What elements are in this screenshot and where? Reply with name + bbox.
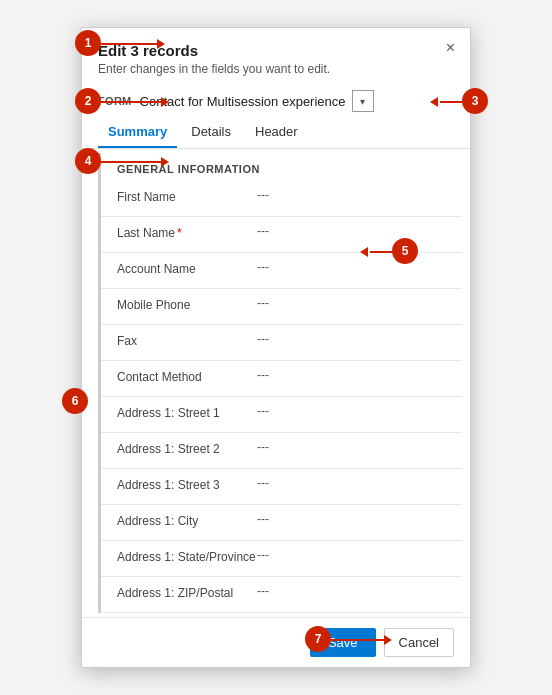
field-label-accountname: Account Name [117,260,257,278]
field-value-street1: --- [257,404,446,418]
dialog-subtitle: Enter changes in the fields you want to … [98,62,454,76]
field-value-state: --- [257,548,446,562]
form-dropdown[interactable]: ▾ [352,90,374,112]
required-star-lastname: * [177,226,182,240]
arrow-head-5 [360,247,368,257]
field-value-firstname: --- [257,188,446,202]
edit-dialog: Edit 3 records Enter changes in the fiel… [81,27,471,668]
field-row-state: Address 1: State/Province --- [101,541,462,577]
arrow-line-1 [101,43,159,45]
arrow-line-5 [370,251,392,253]
field-label-fax: Fax [117,332,257,350]
field-value-zip: --- [257,584,446,598]
arrow-head-2 [161,97,169,107]
arrow-line-2 [101,101,163,103]
annotation-4: 4 [75,148,101,174]
field-label-firstname: First Name [117,188,257,206]
cancel-button[interactable]: Cancel [384,628,454,657]
close-button[interactable]: × [441,38,460,58]
dialog-header: Edit 3 records Enter changes in the fiel… [82,28,470,82]
form-name: Contact for Multisession experience [140,94,346,109]
field-row-city: Address 1: City --- [101,505,462,541]
arrow-head-1 [157,39,165,49]
annotation-3: 3 [462,88,488,114]
annotation-5: 5 [392,238,418,264]
field-row-mobilephone: Mobile Phone --- [101,289,462,325]
arrow-line-7 [331,639,386,641]
tab-details[interactable]: Details [181,116,241,148]
field-value-lastname: --- [257,224,446,238]
field-row-contactmethod: Contact Method --- [101,361,462,397]
field-row-fax: Fax --- [101,325,462,361]
field-label-street1: Address 1: Street 1 [117,404,257,422]
field-value-city: --- [257,512,446,526]
dialog-footer: Save Cancel [82,617,470,667]
field-value-mobilephone: --- [257,296,446,310]
section-heading: GENERAL INFORMATION [101,153,462,181]
field-row-firstname: First Name --- [101,181,462,217]
content-area: GENERAL INFORMATION First Name --- Last … [98,153,462,613]
page-wrapper: 1 2 3 4 5 6 7 Edit 3 records Enter chang… [0,0,552,695]
tabs-bar: Summary Details Header [82,116,470,149]
field-label-zip: Address 1: ZIP/Postal [117,584,257,602]
field-value-contactmethod: --- [257,368,446,382]
field-label-state: Address 1: State/Province [117,548,257,566]
arrow-line-3 [440,101,462,103]
arrow-line-4 [101,161,163,163]
field-label-city: Address 1: City [117,512,257,530]
tab-summary[interactable]: Summary [98,116,177,148]
field-value-street2: --- [257,440,446,454]
annotation-7: 7 [305,626,331,652]
field-row-street1: Address 1: Street 1 --- [101,397,462,433]
annotation-1: 1 [75,30,101,56]
field-label-lastname: Last Name* [117,224,257,242]
arrow-head-3 [430,97,438,107]
field-row-street3: Address 1: Street 3 --- [101,469,462,505]
field-value-accountname: --- [257,260,446,274]
field-label-street3: Address 1: Street 3 [117,476,257,494]
annotation-2: 2 [75,88,101,114]
chevron-down-icon: ▾ [360,96,365,107]
field-value-fax: --- [257,332,446,346]
field-row-zip: Address 1: ZIP/Postal --- [101,577,462,613]
tab-header[interactable]: Header [245,116,308,148]
field-label-mobilephone: Mobile Phone [117,296,257,314]
field-value-street3: --- [257,476,446,490]
form-section: Form Contact for Multisession experience… [82,82,470,116]
arrow-head-7 [384,635,392,645]
field-label-street2: Address 1: Street 2 [117,440,257,458]
annotation-6: 6 [62,388,88,414]
form-value-row: Contact for Multisession experience ▾ [140,90,454,112]
arrow-head-4 [161,157,169,167]
field-label-contactmethod: Contact Method [117,368,257,386]
field-row-street2: Address 1: Street 2 --- [101,433,462,469]
